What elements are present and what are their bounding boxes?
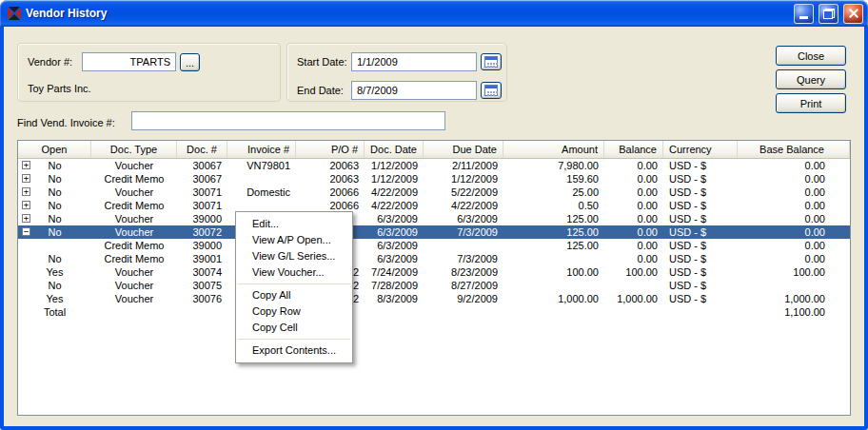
cell-balance[interactable]: 0.00 xyxy=(604,172,663,186)
cell-balance[interactable] xyxy=(604,279,663,292)
cell-base_balance[interactable]: 0.00 xyxy=(738,199,850,212)
cell-doc_no[interactable]: 30067 xyxy=(177,172,227,186)
cell-base_balance[interactable]: 0.00 xyxy=(738,225,850,239)
cell-open[interactable]: +No xyxy=(18,172,91,186)
cell-doc_no[interactable]: 30072 xyxy=(177,225,227,239)
cell-open[interactable]: Yes xyxy=(18,265,91,279)
cell-balance[interactable]: 0.00 xyxy=(604,186,663,199)
cell-amount[interactable]: 0.50 xyxy=(503,199,604,212)
cell-doc_date[interactable]: 4/22/2009 xyxy=(365,186,424,199)
table-row[interactable]: +NoVoucher390006/3/20096/3/2009125.000.0… xyxy=(18,212,850,225)
cell-currency[interactable]: USD - $ xyxy=(663,239,738,252)
table-row[interactable]: NoVoucher3007527/28/20098/27/2009USD - $ xyxy=(18,279,850,292)
cell-doc_date[interactable]: 1/12/2009 xyxy=(365,172,424,186)
cell-due_date[interactable] xyxy=(424,305,503,319)
table-row[interactable]: NoCredit Memo390016/3/20097/3/20090.00US… xyxy=(18,252,850,265)
cell-base_balance[interactable]: 0.00 xyxy=(738,186,850,199)
cell-doc_type[interactable]: Voucher xyxy=(91,225,177,239)
table-row[interactable]: +NoVoucher30067VN79801200631/12/20092/11… xyxy=(18,159,850,172)
cell-balance[interactable]: 0.00 xyxy=(604,252,663,265)
cell-due_date[interactable] xyxy=(424,239,503,252)
cell-doc_date[interactable]: 6/3/2009 xyxy=(365,252,424,265)
cell-doc_no[interactable]: 30071 xyxy=(177,186,227,199)
column-header-open[interactable]: Open xyxy=(18,141,91,158)
cell-due_date[interactable]: 1/12/2009 xyxy=(424,172,503,186)
cell-open[interactable]: +No xyxy=(18,212,91,225)
cell-open[interactable] xyxy=(18,239,91,252)
cell-open[interactable]: No xyxy=(18,279,91,292)
menu-item-view-voucher[interactable]: View Voucher... xyxy=(236,264,352,281)
minimize-button[interactable] xyxy=(794,4,814,24)
cell-doc_type[interactable]: Voucher xyxy=(91,292,177,305)
menu-item-view-a-p-open[interactable]: View A/P Open... xyxy=(236,232,352,248)
cell-doc_no[interactable] xyxy=(177,305,227,319)
cell-doc_type[interactable]: Credit Memo xyxy=(91,172,177,186)
cell-doc_type[interactable]: Credit Memo xyxy=(91,252,177,265)
cell-invoice[interactable] xyxy=(227,172,296,186)
vendor-input[interactable] xyxy=(82,52,176,71)
column-header-invoice[interactable]: Invoice # xyxy=(227,141,296,158)
cell-doc_type[interactable]: Voucher xyxy=(91,159,177,172)
cell-amount[interactable]: 1,000.00 xyxy=(503,292,604,305)
table-row[interactable]: −NoVoucher300726/3/20097/3/2009125.000.0… xyxy=(18,225,850,239)
cell-base_balance[interactable]: 0.00 xyxy=(738,172,850,186)
cell-amount[interactable]: 125.00 xyxy=(503,239,604,252)
cell-currency[interactable]: USD - $ xyxy=(663,186,738,199)
cell-amount[interactable] xyxy=(503,305,604,319)
end-date-calendar-button[interactable] xyxy=(481,82,502,99)
cell-amount[interactable] xyxy=(503,279,604,292)
cell-due_date[interactable]: 7/3/2009 xyxy=(424,252,503,265)
find-invoice-input[interactable] xyxy=(131,111,445,130)
cell-due_date[interactable]: 2/11/2009 xyxy=(424,159,503,172)
cell-doc_no[interactable]: 30076 xyxy=(177,292,227,305)
cell-doc_date[interactable]: 1/12/2009 xyxy=(365,159,424,172)
table-row[interactable]: +NoCredit Memo30067200631/12/20091/12/20… xyxy=(18,172,850,186)
titlebar[interactable]: Vendor History xyxy=(0,0,868,27)
menu-item-copy-row[interactable]: Copy Row xyxy=(236,303,352,320)
cell-doc_date[interactable]: 6/3/2009 xyxy=(365,212,424,225)
cell-doc_type[interactable]: Voucher xyxy=(91,265,177,279)
table-row[interactable]: YesVoucher3007628/3/20099/2/20091,000.00… xyxy=(18,292,850,305)
cell-due_date[interactable]: 7/3/2009 xyxy=(424,225,503,239)
cell-currency[interactable]: USD - $ xyxy=(663,159,738,172)
cell-amount[interactable]: 100.00 xyxy=(503,265,604,279)
cell-balance[interactable]: 0.00 xyxy=(604,225,663,239)
cell-balance[interactable] xyxy=(604,305,663,319)
cell-due_date[interactable]: 5/22/2009 xyxy=(424,186,503,199)
cell-base_balance[interactable]: 0.00 xyxy=(738,159,850,172)
cell-currency[interactable] xyxy=(663,305,738,319)
cell-doc_type[interactable]: Voucher xyxy=(91,279,177,292)
table-row[interactable]: +NoVoucher30071Domestic200664/22/20095/2… xyxy=(18,186,850,199)
cell-doc_no[interactable]: 30075 xyxy=(177,279,227,292)
cell-doc_type[interactable]: Credit Memo xyxy=(91,239,177,252)
cell-amount[interactable]: 125.00 xyxy=(503,225,604,239)
cell-amount[interactable]: 125.00 xyxy=(503,212,604,225)
cell-doc_date[interactable]: 6/3/2009 xyxy=(365,239,424,252)
cell-doc_no[interactable]: 39001 xyxy=(177,252,227,265)
start-date-calendar-button[interactable] xyxy=(481,53,502,70)
menu-item-copy-all[interactable]: Copy All xyxy=(236,287,352,303)
menu-item-edit[interactable]: Edit... xyxy=(236,216,352,232)
cell-doc_date[interactable]: 6/3/2009 xyxy=(365,225,424,239)
cell-currency[interactable]: USD - $ xyxy=(663,225,738,239)
cell-currency[interactable]: USD - $ xyxy=(663,212,738,225)
cell-due_date[interactable]: 8/23/2009 xyxy=(424,265,503,279)
cell-base_balance[interactable]: 1,100.00 xyxy=(738,305,850,319)
column-header-amount[interactable]: Amount xyxy=(503,141,604,158)
cell-currency[interactable]: USD - $ xyxy=(663,199,738,212)
cell-base_balance[interactable]: 0.00 xyxy=(738,239,850,252)
menu-item-copy-cell[interactable]: Copy Cell xyxy=(236,320,352,336)
column-header-due_date[interactable]: Due Date xyxy=(424,141,503,158)
cell-doc_date[interactable] xyxy=(365,305,424,319)
menu-item-export-contents[interactable]: Export Contents... xyxy=(236,342,352,359)
cell-balance[interactable]: 0.00 xyxy=(604,239,663,252)
table-row[interactable]: Total1,100.00 xyxy=(18,305,850,319)
cell-open[interactable]: +No xyxy=(18,159,91,172)
column-header-po[interactable]: P/O # xyxy=(296,141,365,158)
cell-doc_no[interactable]: 30067 xyxy=(177,159,227,172)
cell-due_date[interactable]: 6/3/2009 xyxy=(424,212,503,225)
cell-po[interactable]: 20066 xyxy=(296,186,365,199)
app-icon[interactable] xyxy=(7,6,22,21)
cell-open[interactable]: No xyxy=(18,252,91,265)
start-date-input[interactable] xyxy=(351,52,477,71)
